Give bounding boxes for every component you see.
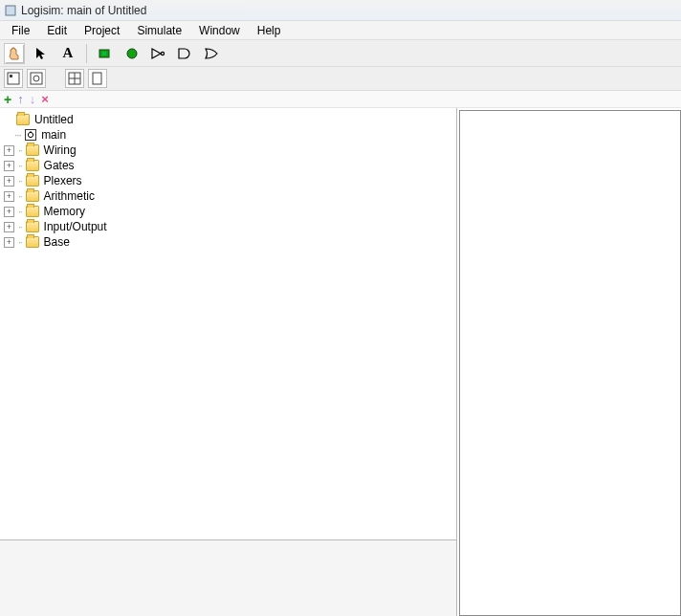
menu-simulate[interactable]: Simulate	[129, 22, 189, 39]
secondary-toolbar	[0, 67, 681, 91]
tree-connector: ··	[18, 176, 24, 187]
add-circuit-button[interactable]: +	[4, 92, 11, 107]
tree-actions: + ↑ ↓ ×	[0, 91, 681, 108]
tree-connector: ····	[14, 130, 23, 141]
tree-lib-label: Base	[41, 235, 70, 249]
appearance-icon	[30, 72, 43, 85]
text-a-icon: A	[63, 45, 74, 61]
tree-lib-label: Memory	[41, 205, 85, 218]
svg-point-3	[127, 49, 137, 58]
tree-lib-label: Arithmetic	[41, 189, 95, 203]
main-toolbar: A	[0, 40, 681, 67]
or-gate-tool[interactable]	[202, 43, 223, 64]
output-pin-icon	[124, 46, 140, 61]
svg-point-8	[33, 76, 39, 81]
layout-icon	[7, 72, 20, 85]
expand-icon[interactable]: +	[4, 176, 14, 187]
tree-connector: ··	[18, 222, 24, 232]
tree-root[interactable]: Untitled	[2, 112, 454, 127]
toolbar-separator	[86, 44, 87, 63]
tree-lib-gates[interactable]: + ·· Gates	[2, 158, 454, 173]
folder-icon	[26, 160, 39, 171]
menu-bar: File Edit Project Simulate Window Help	[0, 21, 681, 40]
input-pin-tool[interactable]	[95, 43, 116, 64]
tree-lib-wiring[interactable]: + ·· Wiring	[2, 143, 454, 158]
select-tool[interactable]	[31, 43, 52, 64]
attribute-table[interactable]	[0, 539, 456, 616]
folder-icon	[26, 144, 39, 156]
folder-icon	[16, 114, 30, 125]
menu-window[interactable]: Window	[191, 22, 248, 39]
folder-icon	[26, 221, 39, 232]
hand-icon	[7, 46, 22, 61]
page-icon	[91, 72, 104, 85]
tree-lib-memory[interactable]: + ·· Memory	[2, 204, 454, 219]
tree-circuit-main[interactable]: ···· main	[2, 127, 454, 143]
svg-rect-6	[10, 75, 12, 77]
expand-icon[interactable]: +	[4, 145, 14, 156]
delete-button[interactable]: ×	[41, 92, 49, 106]
circuit-icon	[25, 129, 36, 141]
grid-icon	[68, 72, 81, 85]
text-tool[interactable]: A	[57, 43, 78, 64]
and-gate-tool[interactable]	[175, 43, 196, 64]
app-icon	[4, 4, 17, 17]
menu-help[interactable]: Help	[250, 22, 289, 39]
poke-tool[interactable]	[4, 43, 25, 64]
title-bar: Logisim: main of Untitled	[0, 0, 681, 21]
input-pin-icon	[98, 46, 113, 61]
folder-icon	[26, 175, 39, 187]
menu-project[interactable]: Project	[77, 22, 127, 39]
not-gate-tool[interactable]	[148, 43, 169, 64]
folder-icon	[26, 190, 39, 202]
tree-lib-base[interactable]: + ·· Base	[2, 234, 454, 250]
tree-connector: ··	[18, 161, 24, 171]
output-pin-tool[interactable]	[121, 43, 143, 64]
tree-circuit-label: main	[38, 128, 66, 142]
menu-file[interactable]: File	[4, 22, 37, 39]
expand-icon[interactable]: +	[4, 191, 14, 202]
tree-lib-label: Plexers	[41, 174, 82, 187]
layout-view-button[interactable]	[4, 69, 23, 88]
zoom-fit-button[interactable]	[65, 69, 84, 88]
tree-connector: ··	[18, 237, 24, 248]
tree-connector: ··	[18, 145, 24, 156]
folder-icon	[26, 236, 39, 248]
and-gate-icon	[177, 46, 194, 61]
svg-rect-2	[102, 52, 106, 55]
appearance-view-button[interactable]	[27, 69, 46, 88]
tree-lib-label: Input/Output	[41, 220, 107, 233]
cursor-icon	[33, 46, 49, 61]
content-area: Untitled ···· main + ·· Wiring + ·· Gate…	[0, 108, 681, 616]
svg-rect-7	[31, 73, 42, 84]
circuit-canvas[interactable]	[459, 110, 681, 616]
svg-rect-12	[93, 73, 101, 84]
tree-root-label: Untitled	[32, 113, 74, 126]
tree-lib-arithmetic[interactable]: + ·· Arithmetic	[2, 188, 454, 204]
tree-connector: ··	[18, 191, 24, 202]
left-panel: Untitled ···· main + ·· Wiring + ·· Gate…	[0, 108, 457, 616]
move-down-button[interactable]: ↓	[30, 92, 36, 106]
tree-lib-io[interactable]: + ·· Input/Output	[2, 219, 454, 234]
tree-lib-label: Wiring	[41, 143, 77, 157]
svg-rect-0	[6, 6, 15, 15]
print-preview-button[interactable]	[88, 69, 107, 88]
svg-point-13	[29, 132, 33, 137]
svg-rect-5	[8, 73, 19, 84]
menu-edit[interactable]: Edit	[39, 22, 75, 39]
tree-lib-plexers[interactable]: + ·· Plexers	[2, 173, 454, 188]
tree-connector: ··	[18, 207, 24, 217]
svg-point-4	[161, 52, 164, 55]
project-tree[interactable]: Untitled ···· main + ·· Wiring + ·· Gate…	[0, 108, 456, 539]
tree-lib-label: Gates	[41, 159, 75, 172]
canvas-grid	[460, 111, 680, 615]
expand-icon[interactable]: +	[4, 207, 14, 217]
window-title: Logisim: main of Untitled	[21, 4, 146, 17]
expand-icon[interactable]: +	[4, 222, 14, 232]
move-up-button[interactable]: ↑	[17, 92, 24, 106]
or-gate-icon	[204, 46, 221, 61]
expand-icon[interactable]: +	[4, 161, 14, 171]
expand-icon[interactable]: +	[4, 237, 14, 248]
folder-icon	[26, 206, 39, 217]
not-gate-icon	[150, 46, 167, 61]
